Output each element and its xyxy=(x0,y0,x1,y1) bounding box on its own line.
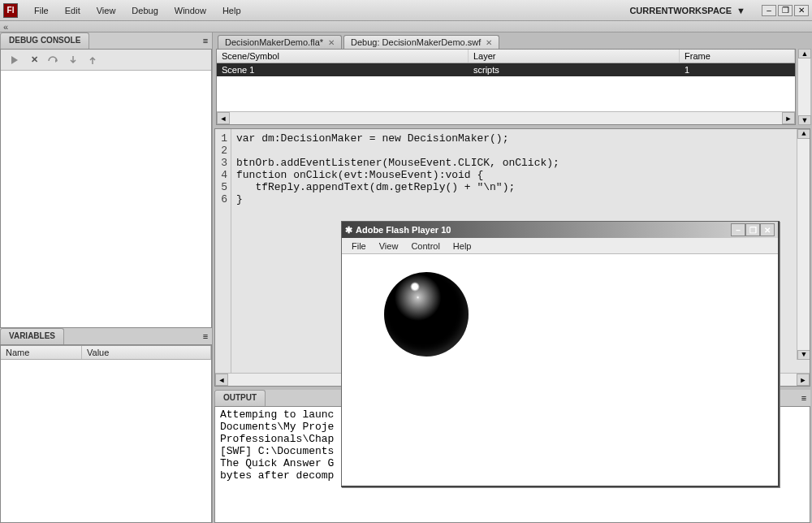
orb-button[interactable] xyxy=(384,272,469,357)
minimize-button[interactable]: – xyxy=(762,5,776,16)
minimize-button[interactable]: – xyxy=(731,223,745,236)
code-vscrollbar[interactable]: ▲ ▼ xyxy=(797,129,810,360)
scroll-down-icon[interactable]: ▼ xyxy=(798,115,811,125)
continue-icon[interactable] xyxy=(7,53,22,67)
close-button[interactable]: ✕ xyxy=(760,223,775,236)
menubar: Fl File Edit View Debug Window Help CURR… xyxy=(0,0,812,21)
document-tabs: DecisionMakerDemo.fla* ✕ Debug: Decision… xyxy=(213,32,812,49)
scene-panel: Scene/Symbol Layer Frame Scene 1 scripts… xyxy=(216,49,796,125)
close-button[interactable]: ✕ xyxy=(794,5,809,16)
step-out-icon[interactable] xyxy=(85,53,100,67)
scene-cell-layer: scripts xyxy=(469,63,680,76)
menu-debug[interactable]: Debug xyxy=(123,2,166,19)
scroll-track[interactable] xyxy=(230,112,782,124)
scene-col-frame[interactable]: Frame xyxy=(680,50,795,63)
menu-file[interactable]: File xyxy=(26,2,57,19)
debug-console-body: ✕ xyxy=(0,49,212,328)
scene-hscrollbar[interactable]: ◄ ► xyxy=(217,111,795,124)
scroll-left-icon[interactable]: ◄ xyxy=(217,112,230,124)
flash-player-title: Adobe Flash Player 10 xyxy=(356,225,451,235)
stop-debug-icon[interactable]: ✕ xyxy=(27,53,41,67)
output-tab[interactable]: OUTPUT xyxy=(214,390,266,406)
panel-options-icon[interactable]: ≡ xyxy=(199,32,212,49)
scroll-right-icon[interactable]: ► xyxy=(797,374,810,386)
debug-console-tab[interactable]: DEBUG CONSOLE xyxy=(0,32,89,49)
variables-body: Name Value xyxy=(0,344,212,523)
fp-menu-file[interactable]: File xyxy=(345,240,373,253)
debug-toolbar: ✕ xyxy=(1,50,211,71)
scene-cell-scene: Scene 1 xyxy=(217,63,469,76)
menu-help[interactable]: Help xyxy=(214,2,249,19)
variables-col-name[interactable]: Name xyxy=(1,346,82,359)
fp-menu-control[interactable]: Control xyxy=(404,240,446,253)
variables-panel: VARIABLES ≡ Name Value xyxy=(0,328,212,523)
step-in-icon[interactable] xyxy=(66,53,80,67)
close-icon[interactable]: ✕ xyxy=(328,38,335,47)
flash-player-stage[interactable] xyxy=(342,254,778,486)
panel-options-icon[interactable]: ≡ xyxy=(797,390,810,406)
scroll-down-icon[interactable]: ▼ xyxy=(797,350,810,360)
variables-tab-strip: VARIABLES ≡ xyxy=(0,328,212,344)
step-over-icon[interactable] xyxy=(46,53,61,67)
tab-label: DecisionMakerDemo.fla* xyxy=(225,37,323,47)
scene-row[interactable]: Scene 1 scripts 1 xyxy=(217,63,795,76)
collapse-icon: « xyxy=(3,22,8,32)
menu-view[interactable]: View xyxy=(89,2,124,19)
flash-player-window-controls: – ❐ ✕ xyxy=(731,223,775,236)
panel-options-icon[interactable]: ≡ xyxy=(199,328,212,344)
chevron-down-icon: ▼ xyxy=(736,6,745,15)
scroll-track[interactable] xyxy=(798,58,810,115)
scene-cell-frame: 1 xyxy=(680,63,795,76)
restore-button[interactable]: ❐ xyxy=(778,5,793,16)
variables-tab[interactable]: VARIABLES xyxy=(0,328,64,344)
variables-col-value[interactable]: Value xyxy=(82,346,211,359)
fp-menu-help[interactable]: Help xyxy=(447,240,478,253)
tab-fla[interactable]: DecisionMakerDemo.fla* ✕ xyxy=(218,35,342,49)
fp-menu-view[interactable]: View xyxy=(373,240,405,253)
scene-col-layer[interactable]: Layer xyxy=(469,50,680,63)
flash-player-titlebar[interactable]: ✱ Adobe Flash Player 10 – ❐ ✕ xyxy=(342,222,778,238)
panel-collapse-strip[interactable]: « xyxy=(0,21,812,32)
scroll-up-icon[interactable]: ▲ xyxy=(798,49,811,58)
tab-swf-debug[interactable]: Debug: DecisionMakerDemo.swf ✕ xyxy=(343,35,499,49)
menu-window[interactable]: Window xyxy=(166,2,214,19)
flash-player-icon: ✱ xyxy=(345,225,352,236)
close-icon[interactable]: ✕ xyxy=(486,38,492,47)
scroll-left-icon[interactable]: ◄ xyxy=(215,374,228,386)
app-window-controls: – ❐ ✕ xyxy=(762,5,809,16)
workspace-selector[interactable]: CURRENTWORKSPACE ▼ xyxy=(621,4,754,17)
left-panels: DEBUG CONSOLE ≡ ✕ VA xyxy=(0,32,213,523)
restore-button[interactable]: ❐ xyxy=(745,223,760,236)
scroll-up-icon[interactable]: ▲ xyxy=(797,129,810,139)
scroll-right-icon[interactable]: ► xyxy=(782,112,795,124)
code-gutter: 123456 xyxy=(215,129,231,373)
menu-edit[interactable]: Edit xyxy=(57,2,89,19)
scroll-track[interactable] xyxy=(797,139,810,350)
debug-console-tab-strip: DEBUG CONSOLE ≡ xyxy=(0,32,212,49)
workspace-label: CURRENTWORKSPACE xyxy=(629,6,732,15)
flash-player-window[interactable]: ✱ Adobe Flash Player 10 – ❐ ✕ File View … xyxy=(341,221,780,487)
tab-label: Debug: DecisionMakerDemo.swf xyxy=(351,37,481,47)
scene-col-scene[interactable]: Scene/Symbol xyxy=(217,50,469,63)
orb-highlight xyxy=(410,282,420,292)
variables-header: Name Value xyxy=(1,345,211,360)
scene-header: Scene/Symbol Layer Frame xyxy=(217,50,795,63)
app-icon: Fl xyxy=(3,3,18,18)
scene-vscrollbar[interactable]: ▲ ▼ xyxy=(797,49,810,125)
flash-player-menubar: File View Control Help xyxy=(342,238,778,254)
